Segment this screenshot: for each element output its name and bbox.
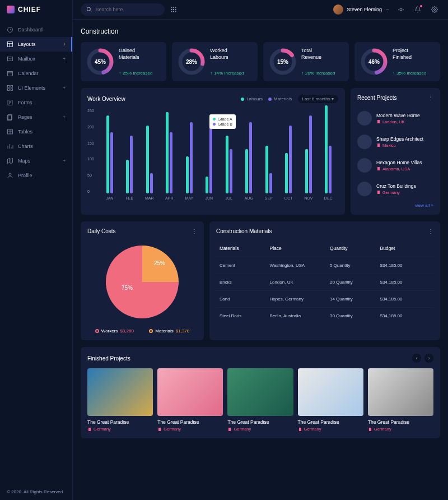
nav-label: Charts	[18, 143, 33, 149]
table-header: MaterialsPlaceQuantityBudget	[216, 240, 433, 257]
project-title: The Great Paradise	[157, 419, 223, 425]
finished-card[interactable]: The Great ParadiseGermany	[368, 368, 433, 432]
stat-pct: 45%	[86, 48, 114, 76]
bar-labours[interactable]	[325, 105, 328, 193]
svg-rect-56	[228, 428, 231, 431]
table-row[interactable]: BricksLondon, UK20 Quantity$34,185.00	[216, 274, 433, 290]
stat-trend: ↑35% Increased	[393, 71, 435, 76]
stat-title: ProjectFinished	[393, 48, 435, 61]
bar-materials[interactable]	[269, 173, 272, 193]
nav-item-maps[interactable]: Maps+	[0, 154, 72, 168]
project-item[interactable]: Sharp Edges ArchitectMexico	[357, 130, 433, 154]
more-icon[interactable]: ⋮	[428, 95, 433, 101]
settings-button[interactable]	[429, 4, 440, 15]
nav-item-pages[interactable]: Pages+	[0, 110, 72, 124]
sun-icon	[398, 6, 404, 13]
daily-title: Daily Costs	[87, 228, 116, 234]
pie-slice-label: 75%	[122, 285, 133, 291]
cell: 5 Quantity	[330, 263, 380, 268]
bar-materials[interactable]	[190, 122, 193, 193]
bar-materials[interactable]	[170, 132, 172, 193]
calendar-icon	[7, 70, 13, 77]
nav-item-tables[interactable]: Tables	[0, 124, 72, 139]
bar-labours[interactable]	[146, 126, 149, 193]
project-title: The Great Paradise	[227, 419, 293, 425]
bar-labours[interactable]	[186, 156, 189, 193]
finished-card[interactable]: The Great ParadiseGermany	[298, 368, 363, 432]
recent-projects-panel: Recent Projects ⋮ Modern Wave HomeLondon…	[351, 88, 440, 215]
brand-name: CHIEF	[18, 6, 41, 13]
prev-button[interactable]: ‹	[412, 354, 421, 363]
stat-title: WorkedLabours	[210, 48, 252, 61]
finished-card[interactable]: The Great ParadiseGermany	[87, 368, 153, 432]
finished-card[interactable]: The Great ParadiseGermany	[227, 368, 293, 432]
nav-item-calendar[interactable]: Calendar	[0, 66, 72, 81]
search-box[interactable]	[81, 3, 165, 16]
apps-icon[interactable]	[170, 6, 177, 13]
bar-labours[interactable]	[245, 149, 248, 193]
col-header: Quantity	[330, 246, 380, 251]
table-row[interactable]: SandHopes, Germany14 Quantity$34,185.00	[216, 290, 433, 307]
legend-value: $3,280	[120, 328, 133, 334]
bar-group: OCT	[279, 109, 299, 193]
finished-card[interactable]: The Great ParadiseGermany	[157, 368, 223, 432]
bar-materials[interactable]	[230, 149, 232, 193]
range-dropdown[interactable]: Last 6 months ▾	[298, 95, 338, 103]
next-button[interactable]: ›	[424, 354, 433, 363]
bar-materials[interactable]	[150, 173, 153, 193]
bar-labours[interactable]	[285, 153, 288, 193]
building-icon	[227, 427, 232, 432]
search-input[interactable]	[95, 7, 159, 12]
bar-materials[interactable]	[309, 115, 312, 193]
bar-materials[interactable]	[249, 122, 252, 193]
chart-tooltip: Grade A Grade B	[209, 114, 236, 129]
nav-item-charts[interactable]: Charts	[0, 139, 72, 154]
project-location: Germany	[157, 427, 223, 432]
nav-item-ui-elements[interactable]: UI Elements+	[0, 81, 72, 95]
bar-group: APR	[160, 109, 180, 193]
bar-labours[interactable]	[226, 136, 228, 193]
nav-item-profile[interactable]: Profile	[0, 168, 72, 183]
view-all-link[interactable]: view all »	[357, 203, 433, 208]
bar-materials[interactable]	[209, 119, 212, 193]
project-item[interactable]: Hexagon Home VillasAlabama, USA	[357, 154, 433, 177]
bar-group: NOV	[298, 109, 319, 193]
nav-item-mailbox[interactable]: Mailbox+	[0, 52, 72, 66]
user-menu[interactable]: Steven Fleming	[333, 4, 390, 15]
logo[interactable]: CHIEF	[0, 0, 72, 19]
nav-label: Dashboard	[18, 27, 43, 33]
svg-rect-38	[173, 11, 174, 12]
arrow-up-icon: ↑	[119, 71, 121, 76]
more-icon[interactable]: ⋮	[428, 228, 433, 234]
project-item[interactable]: Modern Wave HomeLondon, UK	[357, 107, 433, 130]
y-tick: 50	[87, 173, 94, 177]
more-icon[interactable]: ⋮	[192, 228, 197, 234]
svg-rect-36	[175, 9, 176, 10]
notifications-button[interactable]	[412, 4, 423, 15]
bar-materials[interactable]	[329, 146, 332, 193]
bar-labours[interactable]	[265, 146, 268, 193]
table-row[interactable]: CementWashington, USA5 Quantity$34,185.0…	[216, 257, 433, 274]
nav-item-forms[interactable]: Forms	[0, 95, 72, 110]
nav-item-layouts[interactable]: Layouts+	[0, 37, 72, 52]
nav-item-dashboard[interactable]: Dashboard	[0, 22, 72, 37]
bar-labours[interactable]	[166, 112, 169, 193]
finished-title: Finished Projects	[87, 355, 130, 362]
bar-group: FEB	[120, 109, 140, 193]
bar-labours[interactable]	[206, 177, 208, 193]
bar-materials[interactable]	[289, 126, 292, 193]
cell: Hopes, Germany	[270, 297, 330, 302]
bar-labours[interactable]	[126, 160, 129, 193]
building-icon	[376, 190, 381, 195]
project-item[interactable]: Cruz Ton BuildingsGermany	[357, 177, 433, 201]
bar-materials[interactable]	[130, 136, 133, 193]
bar-labours[interactable]	[305, 149, 308, 193]
stat-card: 28%WorkedLabours↑14% Increased	[172, 42, 258, 81]
bar-labours[interactable]	[106, 115, 109, 193]
table-row[interactable]: Steel RodsBerlin, Australia30 Quantity$3…	[216, 307, 433, 324]
bar-materials[interactable]	[110, 132, 113, 193]
project-title: The Great Paradise	[87, 419, 153, 425]
legend-materials: Materials	[268, 96, 292, 101]
theme-toggle[interactable]	[395, 4, 407, 15]
materials-title: Construction Materials	[216, 228, 272, 234]
